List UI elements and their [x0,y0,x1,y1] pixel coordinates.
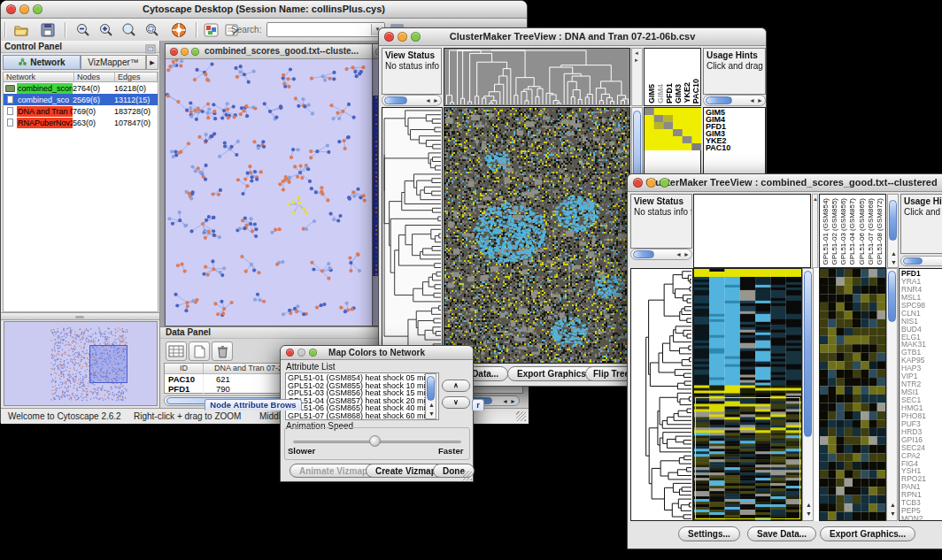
delete-attribute-button[interactable] [212,341,233,361]
scroll-down-icon[interactable]: ▼ [891,257,897,267]
scroll-thumb[interactable] [804,271,812,437]
tv2-save-data-button[interactable]: Save Data... [747,526,816,541]
zoom-button[interactable] [309,349,317,357]
column-label[interactable]: PAC10 [691,79,700,104]
tv1-global-heatmap-canvas[interactable] [444,107,630,364]
scroll-thumb[interactable] [889,200,897,241]
tab-network[interactable]: Network [3,55,81,70]
attribute-list-vscrollbar[interactable]: ▲ ▼ [425,373,436,419]
tv1-scroll-strip[interactable]: ◄ ► [631,48,643,106]
tv2-zoom-vscrollbar[interactable]: ▲ ▼ [886,268,898,521]
scroll-left-icon[interactable]: ◄ [749,96,755,105]
tv2-zoom-heatmap-canvas[interactable] [819,268,886,521]
network-list-row[interactable]: DNA and Tran 07 769(0) 183728(0) [4,105,158,117]
scroll-down-icon[interactable]: ▼ [890,509,896,518]
scroll-right-icon[interactable]: ► [683,249,690,259]
column-label[interactable]: GIM5 [647,84,656,104]
scroll-right-icon[interactable]: ► [634,58,639,63]
tv2-export-graphics-button[interactable]: Export Graphics... [820,526,915,541]
tv2-column-dendrogram-area[interactable] [693,194,811,268]
close-button[interactable] [633,178,643,188]
tab-node-attribute-browser[interactable]: Node Attribute Brows [205,399,302,410]
main-titlebar[interactable]: Cytoscape Desktop (Session Name: collins… [1,1,527,19]
gene-label[interactable]: PAC10 [706,144,763,151]
tv1-status-hscrollbar[interactable]: ◄ ► [382,95,442,106]
zoom-out-button[interactable] [73,21,93,39]
tab-vizmapper[interactable]: VizMapper™ [81,55,146,70]
animate-vizmap-button[interactable]: Animate Vizmap [290,464,377,478]
network-window-1[interactable]: combined_scores_good.txt--cluste... [165,43,373,326]
array-column-label[interactable]: GPL51-08 (GSM872) [876,198,884,265]
move-up-button[interactable]: ∧ [442,380,470,392]
scroll-left-icon[interactable]: ◄ [502,396,508,406]
zoom-button[interactable] [411,32,421,42]
zoom-button[interactable] [660,178,669,188]
attribute-list-item[interactable]: GPL51-07 (GSM868) heat shock 60 min [288,412,438,420]
minimize-button[interactable] [646,178,656,188]
close-button[interactable] [384,32,394,42]
scroll-right-icon[interactable]: ► [433,96,439,105]
close-button[interactable] [170,48,178,56]
open-session-button[interactable] [12,21,31,39]
zoom-button[interactable] [33,4,42,14]
zoom-fit-button[interactable] [120,21,139,39]
tv1-usage-hscrollbar[interactable]: ◄ ► [703,95,766,106]
scroll-thumb[interactable] [706,96,732,104]
scroll-thumb[interactable] [903,257,923,265]
new-attribute-button[interactable] [189,341,210,361]
tv2-titlebar[interactable]: ClusterMaker TreeView : combined_scores_… [628,174,942,192]
resize-grip[interactable] [516,411,526,421]
tv2-main-vscrollbar[interactable]: ▲ ▼ [802,268,814,521]
resize-grip[interactable] [462,471,472,480]
tv1-row-dendrogram-canvas[interactable] [382,107,443,364]
scroll-up-icon[interactable]: ▲ [813,196,818,202]
close-button[interactable] [6,4,16,14]
tv2-settings-button[interactable]: Settings... [678,526,740,541]
select-attributes-button[interactable] [166,341,187,361]
close-button[interactable] [286,349,294,357]
column-label[interactable]: PFD1 [665,83,674,104]
search-combobox[interactable]: ▼ [266,22,385,37]
tv2-collabel-vscrollbar[interactable]: ▲ ▼ [887,194,899,268]
zoom-button[interactable] [191,48,199,56]
scroll-left-icon[interactable]: ◄ [425,96,431,105]
array-column-label[interactable]: GPL51-04 (GSM857) [848,198,856,265]
tv1-column-dendrogram-canvas[interactable] [444,48,630,106]
scroll-thumb[interactable] [633,250,654,258]
speed-slider-thumb[interactable] [369,435,381,447]
scroll-thumb[interactable] [384,96,407,104]
attribute-list[interactable]: GPL51-01 (GSM854) heat shock 05 minGPL51… [285,372,439,420]
tv2-row-dendrogram-canvas[interactable] [630,268,693,521]
tab-overflow-button[interactable]: ▶ [146,55,158,70]
scroll-down-icon[interactable]: ▼ [806,509,812,518]
column-label[interactable]: YKE2 [683,82,691,104]
scroll-left-icon[interactable]: ◄ [634,50,639,56]
search-input[interactable] [269,24,368,35]
network-list-row[interactable]: combined_sco 2569(6) 13112(15) [4,94,158,105]
column-label[interactable]: GIM3 [674,84,683,104]
move-down-button[interactable]: ∨ [442,396,470,409]
tv2-usage-hscrollbar[interactable] [900,256,942,266]
tab-attribute-browser-fragment[interactable]: r [472,399,484,410]
network-window-1-titlebar[interactable]: combined_scores_good.txt--cluste... [166,44,372,59]
tv2-scroll-strip[interactable]: ▲ [812,194,818,268]
array-column-label[interactable]: GPL51-06 (GSM865) [858,198,866,265]
array-column-label[interactable]: GPL51-07 (GSM868) [867,198,875,265]
scroll-right-icon[interactable]: ► [757,96,763,105]
minimize-button[interactable] [398,32,407,42]
array-column-label[interactable]: GPL51-01 (GSM854) [822,198,830,265]
scroll-thumb[interactable] [427,376,435,401]
array-column-label[interactable]: GPL51-02 (GSM855) [830,198,838,265]
array-column-label[interactable]: GPL51-03 (GSM856) [839,198,847,265]
tv2-status-hscrollbar[interactable]: ◄ ► [630,249,692,260]
visual-styles-button[interactable] [201,21,220,39]
gene-label[interactable]: MON2 [901,515,942,521]
column-label[interactable]: GIM4 [656,84,665,104]
tv1-zoom-matrix-canvas[interactable] [645,108,701,150]
scroll-thumb[interactable] [888,271,896,322]
save-session-button[interactable] [38,21,58,39]
scroll-right-icon[interactable]: ► [510,396,516,406]
network-list-row[interactable]: RNAPuberNov2+ 563(0) 107847(0) [4,117,158,128]
minimize-button[interactable] [181,48,189,56]
scroll-down-icon[interactable]: ▼ [429,409,435,418]
